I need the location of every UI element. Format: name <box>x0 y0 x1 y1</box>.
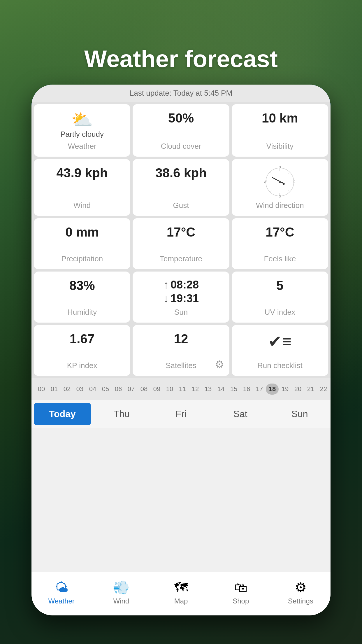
last-update-bar: Last update: Today at 5:45 PM <box>31 85 331 102</box>
svg-line-10 <box>288 190 289 192</box>
satellites-label: Satellites <box>166 358 196 370</box>
humidity-label: Humidity <box>67 305 97 317</box>
cloud-cover-card[interactable]: 50% Cloud cover <box>133 104 229 157</box>
run-checklist-card[interactable]: ✔≡ Run checklist <box>232 325 328 376</box>
uv-index-value: 5 <box>276 279 283 293</box>
satellites-card[interactable]: 12 Satellites ⚙ <box>133 325 229 376</box>
hour-item-08[interactable]: 08 <box>138 384 150 395</box>
svg-line-12 <box>270 172 272 174</box>
humidity-card[interactable]: 83% Humidity <box>34 272 130 323</box>
hour-item-19[interactable]: 19 <box>279 384 291 395</box>
hour-item-14[interactable]: 14 <box>215 384 227 395</box>
hour-item-04[interactable]: 04 <box>86 384 99 395</box>
settings-nav-icon: ⚙ <box>295 580 307 595</box>
sun-times: ↑ 08:28 ↓ 19:31 <box>163 279 199 305</box>
kp-index-label: KP index <box>67 358 97 370</box>
svg-text:W: W <box>264 180 267 183</box>
gust-label: Gust <box>173 198 189 210</box>
kp-index-value: 1.67 <box>70 332 95 346</box>
hour-item-13[interactable]: 13 <box>202 384 215 395</box>
weather-nav-label: Weather <box>48 597 74 605</box>
precipitation-label: Precipitation <box>61 251 103 263</box>
temperature-value: 17°C <box>167 225 195 239</box>
gust-value: 38.6 kph <box>155 166 207 180</box>
partly-cloudy-icon: ⛅ <box>71 111 93 129</box>
page-title: Weather forecast <box>0 45 362 73</box>
map-nav-label: Map <box>174 597 188 605</box>
bottom-nav: 🌤Weather💨Wind🗺Map🛍Shop⚙Settings <box>31 572 331 615</box>
feels-like-value: 17°C <box>266 225 294 239</box>
wind-nav-icon: 💨 <box>113 580 129 595</box>
svg-line-9 <box>288 172 289 174</box>
gust-card[interactable]: 38.6 kph Gust <box>133 159 229 216</box>
hour-item-00[interactable]: 00 <box>35 384 48 395</box>
phone-frame: 12:00 ▾ ▲ ▮ ➤ Last update: Today at 5:45… <box>31 85 331 615</box>
nav-item-map[interactable]: 🗺Map <box>151 580 211 605</box>
humidity-value: 83% <box>69 279 95 293</box>
cloud-cover-value: 50% <box>168 111 194 125</box>
day-tab-sun[interactable]: Sun <box>271 403 328 425</box>
hour-item-15[interactable]: 15 <box>227 384 240 395</box>
temperature-card[interactable]: 17°C Temperature <box>133 218 229 269</box>
visibility-card[interactable]: 10 km Visibility <box>232 104 328 157</box>
hour-item-18[interactable]: 18 <box>266 384 279 395</box>
feels-like-label: Feels like <box>264 251 296 263</box>
run-checklist-label: Run checklist <box>257 358 303 370</box>
visibility-label: Visibility <box>266 139 294 151</box>
hour-scroll[interactable]: 0001020304050607080910111213141516171819… <box>31 378 331 400</box>
phone-screen: 12:00 ▾ ▲ ▮ ➤ Last update: Today at 5:45… <box>31 85 331 615</box>
sun-card[interactable]: ↑ 08:28 ↓ 19:31 Sun <box>133 272 229 323</box>
wind-card[interactable]: 43.9 kph Wind <box>34 159 130 216</box>
nav-item-settings[interactable]: ⚙Settings <box>271 580 331 605</box>
day-tab-today[interactable]: Today <box>34 403 91 425</box>
checklist-icon: ✔≡ <box>268 332 291 351</box>
day-tabs: TodayThuFriSatSun <box>31 400 331 428</box>
hour-item-11[interactable]: 11 <box>176 384 189 395</box>
svg-text:E: E <box>294 180 296 183</box>
weather-grid: ⛅ Partly cloudy Weather 50% Cloud cover … <box>31 102 331 378</box>
cloud-cover-label: Cloud cover <box>161 139 201 151</box>
hour-item-16[interactable]: 16 <box>240 384 253 395</box>
wind-direction-label: Wind direction <box>256 198 304 210</box>
hour-item-10[interactable]: 10 <box>163 384 176 395</box>
hour-item-20[interactable]: 20 <box>291 384 304 395</box>
hour-item-22[interactable]: 22 <box>317 384 330 395</box>
hour-item-23[interactable]: 23 <box>330 384 331 395</box>
weather-card[interactable]: ⛅ Partly cloudy Weather <box>34 104 130 157</box>
visibility-value: 10 km <box>262 111 298 125</box>
shop-nav-label: Shop <box>233 597 249 605</box>
nav-item-shop[interactable]: 🛍Shop <box>211 580 271 605</box>
wind-direction-card[interactable]: N S E W <box>232 159 328 216</box>
hour-item-01[interactable]: 01 <box>48 384 61 395</box>
wind-nav-label: Wind <box>113 597 129 605</box>
hour-item-03[interactable]: 03 <box>73 384 86 395</box>
uv-index-card[interactable]: 5 UV index <box>232 272 328 323</box>
hour-item-06[interactable]: 06 <box>112 384 125 395</box>
nav-item-wind[interactable]: 💨Wind <box>91 580 151 605</box>
sunrise-row: ↑ 08:28 <box>163 279 199 291</box>
svg-line-11 <box>270 190 272 192</box>
sun-label: Sun <box>174 305 188 317</box>
kp-index-card[interactable]: 1.67 KP index <box>34 325 130 376</box>
hour-item-09[interactable]: 09 <box>150 384 163 395</box>
precipitation-value: 0 mm <box>65 225 99 239</box>
day-tab-sat[interactable]: Sat <box>212 403 269 425</box>
hour-item-02[interactable]: 02 <box>61 384 73 395</box>
day-tab-fri[interactable]: Fri <box>152 403 210 425</box>
settings-nav-label: Settings <box>288 597 313 605</box>
precipitation-card[interactable]: 0 mm Precipitation <box>34 218 130 269</box>
hour-item-05[interactable]: 05 <box>99 384 112 395</box>
hour-item-07[interactable]: 07 <box>125 384 138 395</box>
sunrise-arrow-icon: ↑ <box>163 279 169 291</box>
nav-item-weather[interactable]: 🌤Weather <box>31 580 91 605</box>
feels-like-card[interactable]: 17°C Feels like <box>232 218 328 269</box>
svg-text:N: N <box>279 166 281 168</box>
map-nav-icon: 🗺 <box>174 580 188 595</box>
compass-widget: N S E W <box>264 166 296 198</box>
day-tab-thu[interactable]: Thu <box>93 403 150 425</box>
satellites-gear-icon[interactable]: ⚙ <box>215 358 224 371</box>
hour-item-12[interactable]: 12 <box>189 384 202 395</box>
hour-item-17[interactable]: 17 <box>253 384 266 395</box>
hour-item-21[interactable]: 21 <box>304 384 317 395</box>
sunset-arrow-icon: ↓ <box>163 292 169 305</box>
